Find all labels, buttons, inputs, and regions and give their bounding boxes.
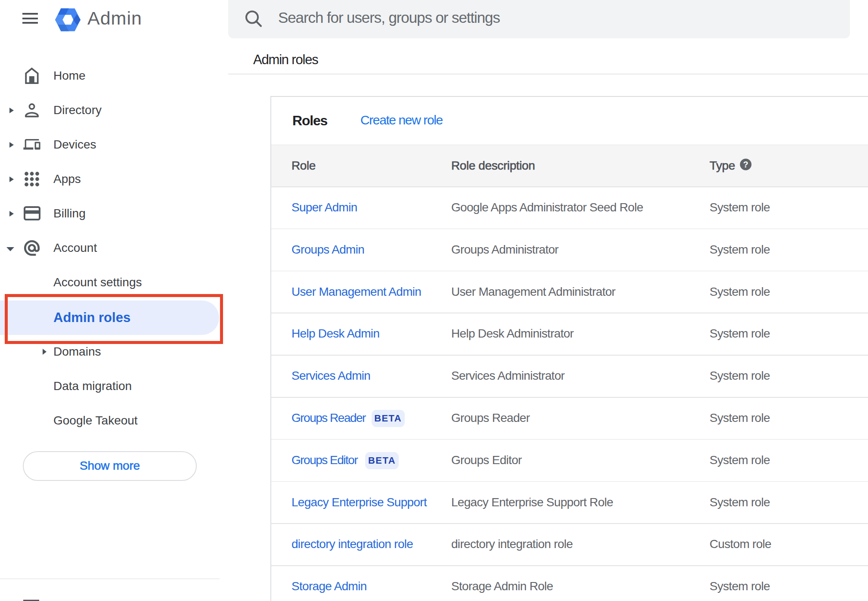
svg-text:?: ? <box>743 160 748 169</box>
